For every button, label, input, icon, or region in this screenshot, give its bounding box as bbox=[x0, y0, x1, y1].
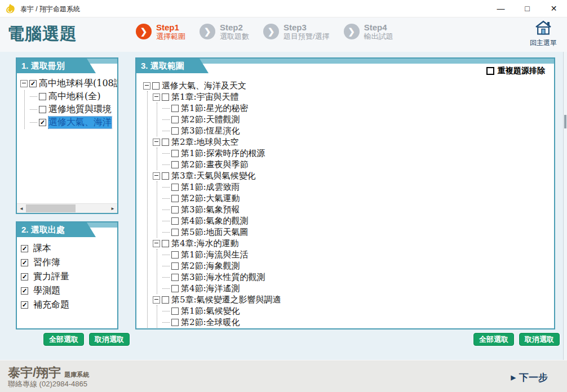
tree-row[interactable]: 第1節:氣候變化 bbox=[162, 305, 554, 317]
tree-item-label[interactable]: 第3章:天氣與氣候變化 bbox=[171, 171, 256, 181]
tree-checkbox[interactable]: ✓ bbox=[29, 80, 37, 87]
source-option-row[interactable]: ✓實力評量 bbox=[21, 270, 117, 284]
tree-item-label[interactable]: 第5節:地面天氣圖 bbox=[181, 227, 249, 238]
tree-checkbox[interactable] bbox=[171, 217, 179, 225]
tree-checkbox[interactable] bbox=[171, 229, 179, 236]
tree-row[interactable]: 第3節:海水性質的觀測 bbox=[162, 271, 554, 283]
tree-checkbox[interactable] bbox=[162, 296, 169, 304]
tree-checkbox[interactable] bbox=[171, 319, 179, 326]
horizontal-scrollbar[interactable]: ◄ ► bbox=[17, 203, 117, 213]
tree-checkbox[interactable] bbox=[171, 251, 179, 259]
tree-row[interactable]: 第1節:星光的秘密 bbox=[162, 103, 554, 114]
tree-item-label[interactable]: 第5章:氣候變遷之影響與調適 bbox=[171, 295, 281, 305]
tree-item-label[interactable]: 第3節:氣象預報 bbox=[181, 204, 240, 215]
tree-row[interactable]: 第3章:天氣與氣候變化 bbox=[153, 170, 554, 181]
tree-checkbox[interactable] bbox=[171, 161, 179, 168]
tree-row[interactable]: 第2節:晝夜與季節 bbox=[162, 159, 554, 170]
tree-item-label[interactable]: 選修大氣、海洋 bbox=[48, 117, 112, 128]
tree-checkbox[interactable] bbox=[171, 150, 179, 157]
deselect-button-left[interactable]: 取消選取 bbox=[89, 333, 130, 346]
tree-item-label[interactable]: 第4節:海洋遙測 bbox=[181, 283, 240, 294]
tree-checkbox[interactable] bbox=[171, 105, 179, 112]
source-checkbox[interactable]: ✓ bbox=[21, 287, 28, 295]
tree-checkbox[interactable] bbox=[162, 93, 169, 101]
tree-row[interactable]: 第1節:探索時序的根源 bbox=[162, 148, 554, 159]
tree-item-label[interactable]: 第4節:氣象的觀測 bbox=[181, 216, 249, 226]
tree-expander-icon[interactable] bbox=[153, 93, 160, 101]
tree-checkbox[interactable] bbox=[162, 172, 169, 180]
vertical-scrollbar-thumb[interactable] bbox=[564, 115, 566, 128]
tree-item-label[interactable]: 第3節:恆星演化 bbox=[181, 126, 240, 136]
tree-item-label[interactable]: 第2節:大氣運動 bbox=[181, 193, 240, 204]
tree-item-label[interactable]: 第2節:海象觀測 bbox=[181, 261, 240, 271]
next-step-button[interactable]: ▶ 下一步 bbox=[511, 371, 548, 384]
tree-row[interactable]: 選修大氣、海洋及天文 bbox=[143, 80, 554, 91]
tree-checkbox[interactable]: ✓ bbox=[39, 119, 46, 126]
tree-row[interactable]: 第1章:宇宙與天體 bbox=[153, 91, 554, 103]
tree-expander-icon[interactable] bbox=[20, 80, 28, 87]
tree-checkbox[interactable] bbox=[39, 93, 46, 100]
tree-item-label[interactable]: 第1節:探索時序的根源 bbox=[181, 148, 265, 159]
tree-row[interactable]: 第1節:成雲致雨 bbox=[162, 181, 554, 193]
tree-item-label[interactable]: 第2節:天體觀測 bbox=[181, 114, 240, 125]
tree-row[interactable]: 第4章:海水的運動 bbox=[153, 238, 554, 249]
source-checkbox[interactable]: ✓ bbox=[21, 301, 28, 309]
tree-row[interactable]: 第2節:大氣運動 bbox=[162, 193, 554, 204]
tree-checkbox[interactable] bbox=[171, 116, 179, 123]
source-checkbox[interactable]: ✓ bbox=[21, 245, 28, 252]
tree-row[interactable]: 第5節:地面天氣圖 bbox=[162, 226, 554, 238]
vertical-scrollbar[interactable] bbox=[563, 52, 567, 360]
source-option-row[interactable]: ✓補充命題 bbox=[21, 298, 117, 312]
tree-row[interactable]: 選修地質與環境 bbox=[30, 103, 116, 116]
select-all-button-left[interactable]: 全部選取 bbox=[43, 333, 84, 346]
tree-item-label[interactable]: 第2節:全球暖化 bbox=[181, 317, 240, 328]
tree-item-label[interactable]: 第1節:海流與生活 bbox=[181, 250, 249, 260]
dedupe-option[interactable]: 重複題源排除 bbox=[486, 66, 545, 76]
tree-row[interactable]: 第3節:氣象預報 bbox=[162, 204, 554, 215]
tree-row[interactable]: 第4節:氣象的觀測 bbox=[162, 215, 554, 226]
tree-row[interactable]: 第5章:氣候變遷之影響與調適 bbox=[153, 294, 554, 305]
tree-expander-icon[interactable] bbox=[153, 172, 160, 180]
source-option-row[interactable]: ✓學測題 bbox=[21, 284, 117, 298]
tree-checkbox[interactable] bbox=[171, 274, 179, 281]
select-all-button-right[interactable]: 全部選取 bbox=[473, 333, 514, 346]
tree-row[interactable]: 高中地科(全) bbox=[30, 90, 116, 103]
scroll-right-icon[interactable]: ► bbox=[108, 204, 117, 213]
source-option-row[interactable]: ✓習作簿 bbox=[21, 256, 117, 270]
tree-checkbox[interactable] bbox=[171, 262, 179, 270]
scrollbar-thumb[interactable] bbox=[26, 204, 76, 212]
tree-item-label[interactable]: 第2節:晝夜與季節 bbox=[181, 159, 249, 170]
tree-item-label[interactable]: 第2章:地球與太空 bbox=[171, 137, 239, 148]
scrollbar-track[interactable] bbox=[26, 204, 108, 213]
close-button[interactable]: ✕ bbox=[541, 0, 567, 17]
tree-checkbox[interactable] bbox=[171, 206, 179, 213]
tree-row[interactable]: 第4節:海洋遙測 bbox=[162, 283, 554, 294]
tree-checkbox[interactable] bbox=[171, 195, 179, 202]
tree-item-label[interactable]: 第1章:宇宙與天體 bbox=[171, 92, 239, 103]
dedupe-checkbox[interactable] bbox=[486, 67, 494, 75]
minimize-button[interactable]: — bbox=[488, 0, 514, 17]
tree-row[interactable]: 第2節:天體觀測 bbox=[162, 114, 554, 125]
maximize-button[interactable]: □ bbox=[514, 0, 541, 17]
tree-item-label[interactable]: 高中地科(全) bbox=[48, 91, 100, 103]
tree-checkbox[interactable] bbox=[171, 127, 179, 135]
tree-item-label[interactable]: 第1節:氣候變化 bbox=[181, 306, 240, 317]
tree-row[interactable]: 第2章:地球與太空 bbox=[153, 136, 554, 148]
tree-row[interactable]: 第2節:海象觀測 bbox=[162, 260, 554, 271]
tree-checkbox[interactable] bbox=[162, 139, 169, 146]
tree-item-label[interactable]: 第3節:海水性質的觀測 bbox=[181, 272, 265, 283]
tree-expander-icon[interactable] bbox=[153, 240, 160, 247]
home-button[interactable]: 回主選單 bbox=[525, 20, 561, 48]
tree-item-label[interactable]: 選修大氣、海洋及天文 bbox=[162, 81, 246, 91]
tree-row[interactable]: ✓選修大氣、海洋 bbox=[30, 116, 116, 129]
scroll-left-icon[interactable]: ◄ bbox=[17, 204, 26, 213]
tree-checkbox[interactable] bbox=[162, 240, 169, 247]
tree-item-label[interactable]: 第4章:海水的運動 bbox=[171, 238, 239, 249]
source-checkbox[interactable]: ✓ bbox=[21, 259, 28, 266]
tree-row[interactable]: 第2節:全球暖化 bbox=[162, 317, 554, 328]
tree-item-label[interactable]: 第1節:星光的秘密 bbox=[181, 103, 249, 114]
tree-checkbox[interactable] bbox=[39, 106, 46, 113]
tree-expander-icon[interactable] bbox=[153, 139, 160, 146]
tree-expander-icon[interactable] bbox=[153, 296, 160, 304]
tree-item-label[interactable]: 高中地球科學(108課綱) bbox=[39, 78, 117, 90]
